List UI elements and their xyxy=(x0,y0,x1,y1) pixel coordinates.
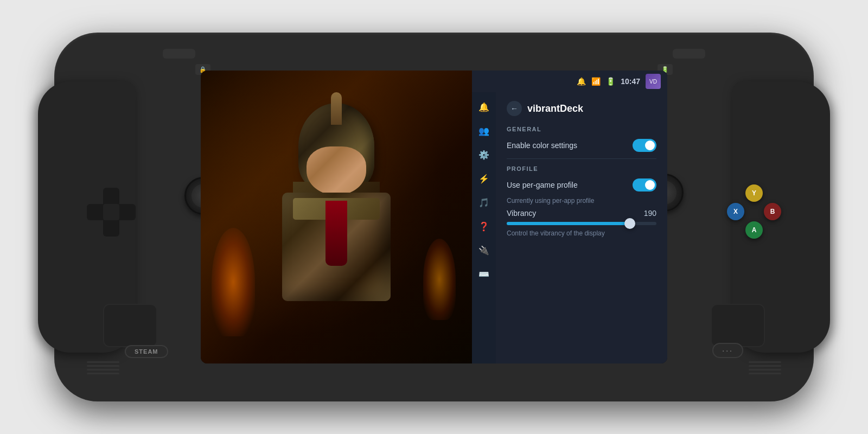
x-button[interactable]: X xyxy=(727,203,744,220)
toggle-knob xyxy=(645,141,655,150)
sidebar-users-icon[interactable]: 👥 xyxy=(476,123,492,139)
right-speaker xyxy=(749,361,781,374)
battery-icon: 🔋 xyxy=(606,77,615,86)
per-game-profile-label: Use per-game profile xyxy=(507,181,578,189)
per-game-profile-row: Use per-game profile xyxy=(507,178,656,192)
sidebar-help-icon[interactable]: ❓ xyxy=(476,218,492,234)
steam-deck-device: 🔒 🔋 Y A B X xyxy=(54,33,814,401)
dpad[interactable] xyxy=(87,188,136,237)
y-button[interactable]: Y xyxy=(745,184,763,202)
extra-btn-3[interactable] xyxy=(695,64,706,72)
game-screenshot xyxy=(201,71,472,363)
left-shoulder xyxy=(163,49,195,59)
sidebar-keyboard-icon[interactable]: ⌨️ xyxy=(476,266,492,282)
back-button[interactable]: ← xyxy=(507,101,522,116)
sidebar-bell-icon[interactable]: 🔔 xyxy=(476,99,492,115)
enable-color-settings-row: Enable color settings xyxy=(507,139,656,152)
vibrancy-header: Vibrancy 190 xyxy=(507,209,656,218)
plugin-header: ← vibrantDeck xyxy=(507,101,656,116)
bell-icon: 🔔 xyxy=(577,77,586,86)
sidebar: 🔔 👥 ⚙️ ⚡ 🎵 ❓ 🔌 ⌨️ xyxy=(472,92,496,363)
extra-btn-1[interactable] xyxy=(146,64,157,72)
per-game-toggle-knob xyxy=(645,180,655,190)
character-face xyxy=(307,146,366,195)
plugin-content: ← vibrantDeck GENERAL Enable color setti… xyxy=(496,92,667,363)
status-bar: 🔔 📶 🔋 10:47 VD xyxy=(472,71,667,92)
sidebar-settings-icon[interactable]: ⚙️ xyxy=(476,146,492,163)
steam-button[interactable]: STEAM xyxy=(125,345,168,358)
content-area: 🔔 👥 ⚙️ ⚡ 🎵 ❓ 🔌 ⌨️ ← vibrantDeck xyxy=(472,92,667,363)
profile-section-label: PROFILE xyxy=(507,165,656,172)
b-button[interactable]: B xyxy=(764,203,781,220)
a-button[interactable]: A xyxy=(745,221,763,239)
vibrancy-slider-thumb[interactable] xyxy=(624,218,635,229)
right-bumper[interactable] xyxy=(673,49,705,59)
flame-right xyxy=(423,239,456,320)
ui-panel: 🔔 📶 🔋 10:47 VD 🔔 👥 ⚙️ ⚡ 🎵 ❓ 🔌 ⌨️ xyxy=(472,71,667,363)
left-bumper[interactable] xyxy=(163,49,195,59)
per-game-sublabel: Currently using per-app profile xyxy=(507,197,656,205)
per-game-profile-toggle[interactable] xyxy=(633,178,656,192)
flame-left xyxy=(212,228,255,336)
extra-btn-2[interactable] xyxy=(162,64,173,72)
extra-buttons-right xyxy=(695,64,722,72)
vibrancy-sublabel: Control the vibrancy of the display xyxy=(507,229,656,237)
vibrancy-label: Vibrancy xyxy=(507,209,536,218)
sidebar-plugin-icon[interactable]: 🔌 xyxy=(476,242,492,258)
clock: 10:47 xyxy=(621,77,640,86)
sidebar-power-icon[interactable]: ⚡ xyxy=(476,170,492,187)
sidebar-music-icon[interactable]: 🎵 xyxy=(476,194,492,210)
user-avatar[interactable]: VD xyxy=(646,74,661,89)
left-touchpad[interactable] xyxy=(103,304,157,347)
right-shoulder xyxy=(673,49,705,59)
abxy-buttons: Y A B X xyxy=(727,184,781,239)
extra-btn-4[interactable] xyxy=(711,64,722,72)
general-section-label: GENERAL xyxy=(507,126,656,132)
vibrancy-slider-fill xyxy=(507,222,629,225)
vibrancy-value: 190 xyxy=(644,209,656,218)
screen: 🔔 📶 🔋 10:47 VD 🔔 👥 ⚙️ ⚡ 🎵 ❓ 🔌 ⌨️ xyxy=(201,71,667,363)
plugin-title: vibrantDeck xyxy=(527,103,583,114)
character-cape xyxy=(326,201,347,266)
wifi-icon: 📶 xyxy=(591,77,601,86)
extra-buttons-left xyxy=(146,64,173,72)
enable-color-settings-toggle[interactable] xyxy=(633,139,656,152)
enable-color-settings-label: Enable color settings xyxy=(507,141,577,150)
right-controls: Y A B X xyxy=(727,184,781,239)
left-speaker xyxy=(87,361,119,374)
left-controls xyxy=(87,188,136,237)
divider-1 xyxy=(507,158,656,159)
three-dots-button[interactable]: ··· xyxy=(712,343,743,358)
dpad-center xyxy=(103,204,119,220)
vibrancy-slider-track[interactable] xyxy=(507,222,656,225)
right-touchpad[interactable] xyxy=(711,304,765,347)
game-character xyxy=(250,92,423,363)
